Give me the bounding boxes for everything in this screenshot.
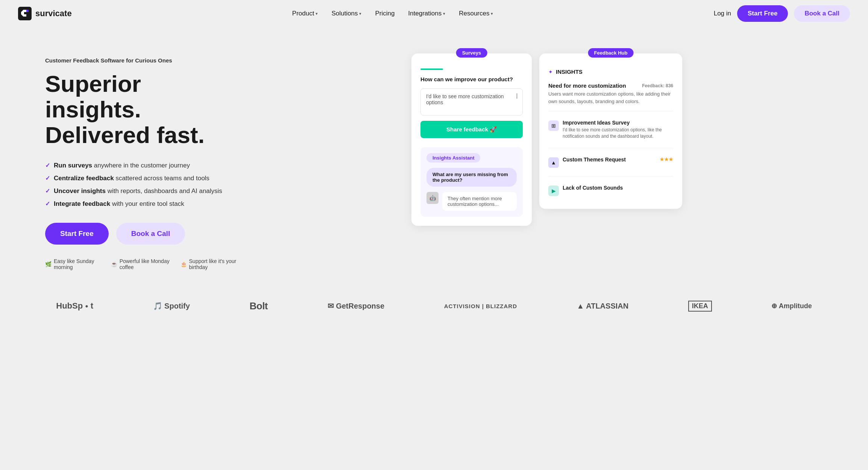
check-icon: ✓ [45, 162, 50, 169]
hero-buttons: Start Free Book a Call [45, 223, 241, 245]
hero-title: Superior insights. Delivered fast. [45, 71, 241, 148]
logo-icon [18, 7, 32, 20]
insights-assistant-card: Insights Assistant What are my users mis… [420, 147, 523, 217]
card-accent-bar [420, 68, 443, 70]
atlassian-logo: ▲ ATLASSIAN [577, 302, 629, 310]
assistant-question: What are my users missing from the produ… [426, 168, 517, 187]
insight-row-content: Improvement Ideas Survey I'd like to see… [563, 120, 673, 140]
amplitude-logo: ⊕ Amplitude [771, 302, 812, 310]
assistant-answer-row: 🤖 They often mention more customization … [426, 192, 517, 211]
start-free-button[interactable]: Start Free [737, 5, 788, 22]
feature-item: ✓ Centralize feedback scattered across t… [45, 175, 241, 182]
hero-start-free-button[interactable]: Start Free [45, 223, 109, 245]
insight-row-improvement: ⊞ Improvement Ideas Survey I'd like to s… [548, 116, 673, 143]
check-icon: ✓ [45, 175, 50, 182]
activision-logo: ACTIVISION | BLIZZARD [444, 303, 517, 309]
insights-icon: ✦ [548, 69, 553, 75]
nav-solutions[interactable]: Solutions ▾ [331, 10, 361, 17]
nav-product[interactable]: Product ▾ [292, 10, 318, 17]
insights-assistant-badge: Insights Assistant [426, 153, 480, 163]
badge-support: 🎂 Support like it's your birthday [181, 258, 241, 270]
divider [548, 148, 673, 148]
badge-powerful: ☕ Powerful like Monday coffee [111, 258, 170, 270]
hero-content: Customer Feedback Software for Curious O… [45, 50, 241, 270]
nav-menu: Product ▾ Solutions ▾ Pricing Integratio… [292, 10, 493, 17]
main-insight-title: Need for more customization Feedback: 83… [548, 82, 673, 89]
nav-pricing[interactable]: Pricing [375, 10, 395, 17]
insight-row-content: Lack of Custom Sounds [563, 185, 673, 192]
main-insight-desc: Users want more customization options, l… [548, 90, 673, 105]
insights-section-title: INSIGHTS [556, 68, 583, 75]
logos-section: HubSp●t 🎵 Spotify Bolt ✉ GetResponse ACT… [0, 285, 868, 327]
nav-resources[interactable]: Resources ▾ [459, 10, 493, 17]
hero-badges: 🌿 Easy like Sunday morning ☕ Powerful li… [45, 258, 241, 270]
chevron-down-icon: ▾ [359, 11, 361, 16]
svg-rect-0 [18, 7, 32, 20]
sounds-icon: ▶ [548, 186, 559, 196]
navbar-actions: Log in Start Free Book a Call [714, 5, 850, 22]
insights-header: ✦ INSIGHTS [548, 68, 673, 75]
hero-section: Customer Feedback Software for Curious O… [0, 27, 868, 285]
chevron-down-icon: ▾ [443, 11, 445, 16]
check-icon: ✓ [45, 187, 50, 195]
feedback-hub-badge: Feedback Hub [588, 48, 634, 58]
badge-easy: 🌿 Easy like Sunday morning [45, 258, 100, 270]
login-button[interactable]: Log in [714, 10, 731, 17]
improvement-icon: ⊞ [548, 120, 559, 131]
survey-input[interactable]: I'd like to see more customization optio… [420, 88, 523, 116]
feature-item: ✓ Integrate feedback with your entire to… [45, 200, 241, 208]
themes-icon: ▲ [548, 157, 559, 168]
logo[interactable]: survicate [18, 7, 72, 20]
insights-card: Feedback Hub ✦ INSIGHTS Need for more cu… [539, 53, 682, 209]
surveys-badge: Surveys [456, 48, 487, 58]
main-insight: Need for more customization Feedback: 83… [548, 82, 673, 105]
book-call-button[interactable]: Book a Call [794, 5, 850, 22]
survey-question: How can we improve our product? [420, 76, 523, 82]
share-feedback-button[interactable]: Share feedback 🚀 [420, 121, 523, 138]
feature-item: ✓ Run surveys anywhere in the customer j… [45, 162, 241, 169]
insight-row-content: Custom Themes Request ★★★ [563, 157, 673, 164]
hero-tagline: Customer Feedback Software for Curious O… [45, 57, 241, 64]
check-icon: ✓ [45, 200, 50, 207]
divider [548, 111, 673, 111]
insight-row-themes: ▲ Custom Themes Request ★★★ [548, 153, 673, 172]
assistant-avatar: 🤖 [426, 192, 439, 204]
chevron-down-icon: ▾ [316, 11, 318, 16]
feedback-count: Feedback: 836 [642, 83, 673, 88]
hero-features-list: ✓ Run surveys anywhere in the customer j… [45, 162, 241, 208]
star-rating: ★★★ [660, 157, 673, 162]
brand-name: survicate [35, 9, 72, 18]
hubspot-logo: HubSp●t [56, 301, 93, 311]
insight-row-sounds: ▶ Lack of Custom Sounds [548, 181, 673, 200]
spotify-logo: 🎵 Spotify [153, 301, 190, 310]
hero-book-call-button[interactable]: Book a Call [116, 223, 185, 245]
navbar: survicate Product ▾ Solutions ▾ Pricing … [0, 0, 868, 27]
bolt-logo: Bolt [249, 300, 268, 312]
ikea-logo: IKEA [688, 301, 712, 312]
assistant-answer: They often mention more customization op… [442, 192, 517, 211]
hero-illustrations: Surveys How can we improve our product? … [256, 50, 838, 226]
text-cursor [517, 93, 517, 99]
chevron-down-icon: ▾ [491, 11, 493, 16]
survey-card: Surveys How can we improve our product? … [411, 53, 532, 226]
nav-integrations[interactable]: Integrations ▾ [408, 10, 445, 17]
feature-item: ✓ Uncover insights with reports, dashboa… [45, 187, 241, 195]
getresponse-logo: ✉ GetResponse [328, 301, 384, 310]
divider [548, 176, 673, 176]
